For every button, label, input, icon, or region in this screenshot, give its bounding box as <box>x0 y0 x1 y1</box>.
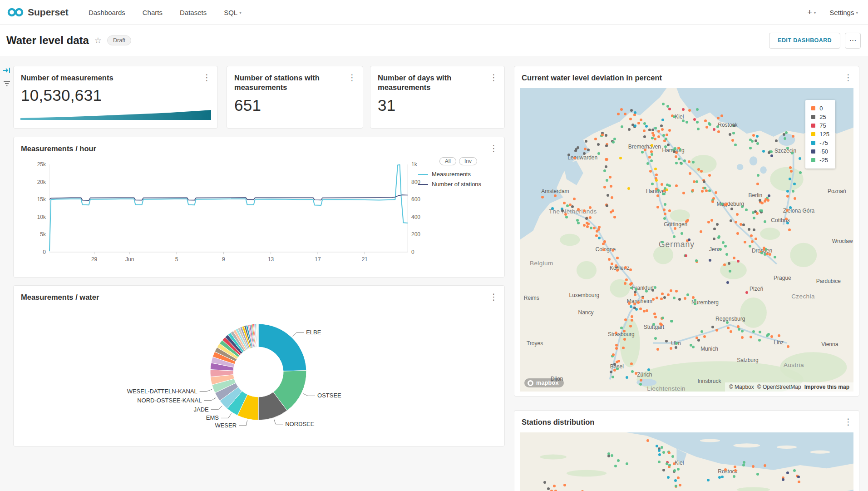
station-dot <box>597 143 600 146</box>
station-dot <box>789 178 791 180</box>
station-dot <box>589 206 592 209</box>
station-dot <box>710 219 713 222</box>
station-dot <box>617 113 620 115</box>
kebab-menu-icon[interactable]: ⋮ <box>487 72 501 83</box>
kebab-menu-icon[interactable]: ⋮ <box>487 291 501 303</box>
svg-text:9: 9 <box>222 256 225 263</box>
kebab-menu-icon[interactable]: ⋮ <box>841 416 855 427</box>
settings-menu[interactable]: Settings▾ <box>829 9 858 16</box>
filter-bar-button[interactable] <box>3 80 11 89</box>
station-dot <box>682 108 685 111</box>
kebab-menu-icon[interactable]: ⋮ <box>841 72 855 83</box>
map-city-label: Prague <box>774 275 791 281</box>
improve-map-link[interactable]: Improve this map <box>804 384 849 390</box>
station-dot <box>692 346 695 348</box>
stations-map[interactable]: KielRostock <box>520 432 853 491</box>
toggle-inv-button[interactable]: Inv <box>459 157 477 165</box>
station-dot <box>709 259 711 262</box>
station-dot <box>758 339 761 342</box>
nav-item-dashboards[interactable]: Dashboards <box>89 9 125 16</box>
legend-swatch <box>811 106 815 110</box>
station-dot <box>679 484 681 486</box>
station-dot <box>716 125 719 128</box>
kebab-menu-icon[interactable]: ⋮ <box>200 72 214 83</box>
svg-text:1k: 1k <box>411 161 418 168</box>
new-item-button[interactable]: +▾ <box>807 8 816 17</box>
map-legend-item: -75 <box>811 139 829 147</box>
nav-item-datasets[interactable]: Datasets <box>180 9 207 16</box>
station-dot <box>697 168 700 171</box>
chart-card-stations-distribution: Stations distribution ⋮ KielRostock <box>514 410 859 491</box>
station-dot <box>673 235 676 238</box>
station-dot <box>611 196 613 199</box>
station-dot <box>757 174 760 177</box>
station-dot <box>652 323 655 326</box>
map-legend-item: 0 <box>811 104 829 113</box>
deviation-map[interactable]: 02575125-75-50-25 mapbox © Mapbox © Open… <box>520 88 853 392</box>
kebab-menu-icon[interactable]: ⋮ <box>345 72 359 83</box>
station-dot <box>657 189 660 192</box>
station-dot <box>786 190 789 193</box>
card-title: Number of stations with measurements <box>234 73 363 93</box>
station-dot <box>767 333 770 336</box>
favorite-star-icon[interactable]: ☆ <box>94 35 102 45</box>
station-dot <box>691 189 694 192</box>
station-dot <box>775 139 778 142</box>
legend-item[interactable]: Measurements <box>418 171 498 178</box>
station-dot <box>737 260 740 263</box>
station-dot <box>696 121 699 124</box>
station-dot <box>649 170 652 173</box>
station-dot <box>603 186 606 188</box>
mapbox-attribution-link[interactable]: © Mapbox <box>729 384 754 390</box>
station-dot <box>615 344 618 347</box>
station-dot <box>716 223 719 226</box>
legend-item[interactable]: Number of stations <box>418 181 498 188</box>
osm-attribution-link[interactable]: © OpenStreetMap <box>757 384 801 390</box>
legend-label: 0 <box>819 105 823 112</box>
brand[interactable]: Superset <box>7 7 69 18</box>
station-dot <box>612 141 615 144</box>
station-dot <box>733 124 735 127</box>
station-dot <box>651 144 653 147</box>
station-dot <box>721 476 724 478</box>
station-dot <box>705 189 708 192</box>
station-dot <box>793 183 796 185</box>
nav-item-charts[interactable]: Charts <box>143 9 163 16</box>
big-number-card-stations: Number of stations with measurements ⋮ 6… <box>227 66 363 129</box>
station-dot <box>745 208 748 211</box>
more-options-button[interactable]: ⋯ <box>845 33 861 49</box>
station-dot <box>786 147 789 149</box>
station-dot <box>724 468 727 471</box>
station-dot <box>752 465 755 468</box>
station-dot <box>729 270 731 273</box>
station-dot <box>793 469 796 472</box>
kebab-menu-icon[interactable]: ⋮ <box>487 143 501 154</box>
station-dot <box>656 206 659 208</box>
station-dot <box>768 194 770 197</box>
plus-icon: + <box>807 8 812 17</box>
station-dot <box>751 140 754 143</box>
station-dot <box>563 202 566 204</box>
station-dot <box>707 221 710 223</box>
station-dot <box>613 363 616 366</box>
edit-dashboard-button[interactable]: EDIT DASHBOARD <box>769 33 840 49</box>
chevron-down-icon: ▾ <box>814 10 816 15</box>
mapbox-logo[interactable]: mapbox <box>524 378 564 387</box>
station-dot <box>708 174 711 177</box>
station-dot <box>670 320 673 322</box>
nav-item-sql[interactable]: SQL▾ <box>224 9 242 16</box>
station-dot <box>678 298 681 301</box>
toggle-all-button[interactable]: All <box>439 157 456 165</box>
station-dot <box>624 318 627 321</box>
station-dot <box>713 128 715 131</box>
station-dot <box>720 203 723 205</box>
station-dot <box>620 327 623 329</box>
station-dot <box>756 212 759 215</box>
station-dot <box>598 237 601 239</box>
station-dot <box>606 204 608 207</box>
station-dot <box>621 125 623 128</box>
station-dot <box>677 468 680 471</box>
station-dot <box>726 281 729 284</box>
expand-filter-bar-button[interactable] <box>3 67 11 76</box>
station-dot <box>668 451 671 454</box>
